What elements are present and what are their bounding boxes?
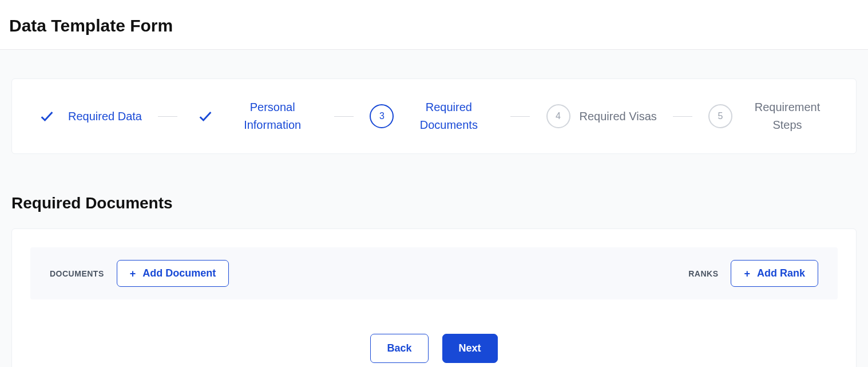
toolbar: DOCUMENTS + Add Document RANKS + Add Ran… [30, 247, 838, 299]
stepper: Required Data Personal Information 3 Req… [11, 78, 857, 154]
section-title: Required Documents [11, 194, 857, 212]
step-connector [510, 116, 530, 117]
step-number: 3 [370, 104, 394, 128]
step-connector [158, 116, 177, 117]
plus-icon: + [130, 269, 136, 279]
back-button[interactable]: Back [370, 334, 428, 363]
add-document-button[interactable]: + Add Document [117, 260, 229, 287]
page-body: Required Data Personal Information 3 Req… [0, 50, 868, 367]
ranks-label: RANKS [688, 269, 718, 278]
step-connector [334, 116, 354, 117]
check-icon [35, 104, 59, 128]
check-icon [193, 104, 217, 128]
content-card: DOCUMENTS + Add Document RANKS + Add Ran… [11, 228, 857, 367]
plus-icon: + [744, 269, 750, 279]
step-number: 4 [546, 104, 570, 128]
step-label: Required Visas [580, 108, 657, 125]
step-label: Personal Information [227, 98, 318, 134]
step-required-data[interactable]: Required Data [35, 104, 142, 128]
add-rank-button[interactable]: + Add Rank [731, 260, 818, 287]
step-connector [673, 116, 692, 117]
page-title: Data Template Form [9, 16, 859, 35]
step-required-documents[interactable]: 3 Required Documents [370, 98, 494, 134]
step-label: Required Documents [403, 98, 494, 134]
add-document-label: Add Document [142, 267, 216, 279]
step-required-visas[interactable]: 4 Required Visas [546, 104, 657, 128]
step-label: Requirement Steps [742, 98, 833, 134]
step-label: Required Data [68, 108, 142, 125]
page-header: Data Template Form [0, 0, 868, 50]
toolbar-right: RANKS + Add Rank [688, 260, 818, 287]
add-rank-label: Add Rank [757, 267, 805, 279]
footer-actions: Back Next [30, 334, 838, 363]
step-requirement-steps[interactable]: 5 Requirement Steps [708, 98, 833, 134]
step-personal-information[interactable]: Personal Information [193, 98, 318, 134]
next-button[interactable]: Next [442, 334, 498, 363]
documents-label: DOCUMENTS [50, 269, 104, 278]
toolbar-left: DOCUMENTS + Add Document [50, 260, 229, 287]
step-number: 5 [708, 104, 732, 128]
